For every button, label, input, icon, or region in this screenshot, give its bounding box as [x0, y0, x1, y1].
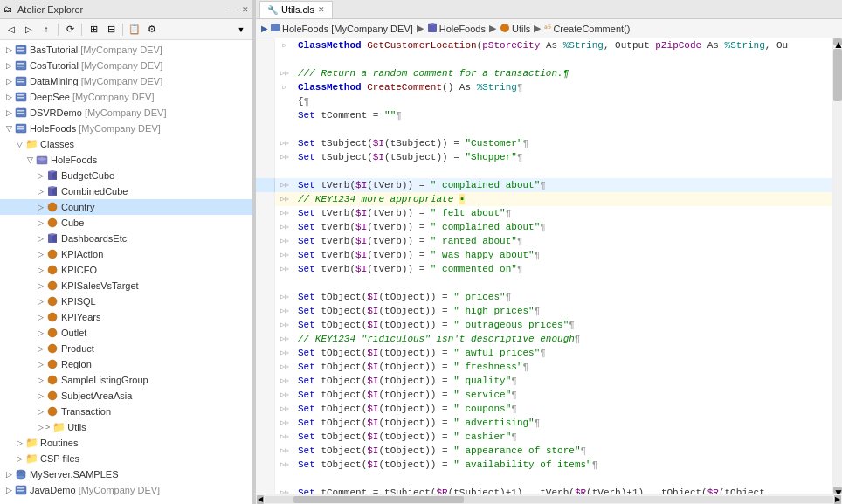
expander-outlet[interactable]: ▷ [35, 328, 45, 338]
horizontal-scrollbar[interactable]: ◀ ▶ [256, 494, 842, 504]
expander-datamining[interactable]: ▷ [3, 76, 14, 86]
expander-region[interactable]: ▷ [35, 359, 45, 369]
more-button[interactable]: ▼ [233, 22, 249, 38]
expander-kpiyears[interactable]: ▷ [35, 312, 45, 322]
tree-label-kpisql: KPISQL [61, 296, 96, 307]
cube-icon-combinedcube [45, 184, 59, 198]
expander-myserver[interactable]: ▷ [3, 469, 14, 480]
expander-kpicfo[interactable]: ▷ [35, 265, 45, 275]
scrollbar-down-arrow[interactable]: ▼ [833, 487, 842, 494]
expander-utils[interactable]: ▷ [35, 422, 45, 432]
expander-classes[interactable]: ▽ [14, 139, 24, 149]
tree-label-kpisalesvstarget: KPISalesVsTarget [61, 280, 139, 291]
up-button[interactable]: ↑ [38, 22, 54, 38]
tree-item-country[interactable]: ▷ Country [0, 199, 252, 215]
back-button[interactable]: ◁ [3, 22, 19, 38]
tree-label-kpicfo: KPICFO [61, 265, 97, 275]
expander-kpisalesvstarget[interactable]: ▷ [35, 280, 45, 291]
scrollbar-thumb[interactable] [833, 49, 842, 101]
h-scroll-right[interactable]: ▶ [834, 495, 841, 504]
code-line-obj11: ▷▷ Set tObject($I(tObject)) = " appearan… [256, 444, 832, 458]
expander-kpisql[interactable]: ▷ [35, 296, 45, 307]
code-line-verb3: ▷▷ Set tVerb($I(tVerb)) = " complained a… [256, 220, 832, 234]
svg-point-37 [48, 344, 57, 353]
breadcrumb-createcomment[interactable]: CreateComment() [553, 24, 630, 34]
editor-breadcrumb: ▶ HoleFoods [MyCompany DEV] ▶ HoleFoods … [256, 19, 842, 38]
expander-subjectareaasia[interactable]: ▷ [35, 390, 45, 401]
settings-button[interactable]: ⚙ [144, 22, 160, 38]
tree-item-deepsee[interactable]: ▷ DeepSee [MyCompany DEV] [0, 89, 252, 105]
copy-button[interactable]: 📋 [127, 22, 142, 38]
svg-rect-13 [17, 110, 24, 112]
expander-routines[interactable]: ▷ [14, 438, 24, 448]
tree-item-bastutorial[interactable]: ▷ BasTutorial [MyCompany DEV] [0, 42, 252, 58]
code-line-blank5 [256, 472, 832, 486]
expander-holefoods[interactable]: ▽ [3, 123, 14, 134]
tree-item-kpisql[interactable]: ▷ KPISQL [0, 293, 252, 309]
tree-item-dashboardsetc[interactable]: ▷ DashboardsEtc [0, 231, 252, 246]
expander-cspfiles[interactable]: ▷ [14, 453, 24, 464]
expander-country[interactable]: ▷ [35, 202, 45, 212]
expander-samplelistinggroup[interactable]: ▷ [35, 375, 45, 385]
tree-item-costutorial[interactable]: ▷ CosTutorial [MyCompany DEV] [0, 58, 252, 73]
breadcrumb-utils[interactable]: Utils [512, 24, 530, 34]
breadcrumb-holefoods2[interactable]: HoleFoods [439, 24, 486, 34]
expander-cube[interactable]: ▷ [35, 217, 45, 228]
tree-item-holefoods[interactable]: ▽ HoleFoods [MyCompany DEV] [0, 121, 252, 136]
expander-bastutorial[interactable]: ▷ [3, 45, 14, 55]
expander-dashboardsetc[interactable]: ▷ [35, 233, 45, 244]
scrollbar-up-arrow[interactable]: ▲ [833, 38, 842, 45]
tree-item-cube[interactable]: ▷ Cube [0, 215, 252, 231]
expander-holefoods-sub[interactable]: ▽ [24, 155, 35, 165]
tree-item-datamining[interactable]: ▷ DataMining [MyCompany DEV] [0, 73, 252, 89]
project-icon-deepsee [14, 90, 28, 104]
expander-transaction[interactable]: ▷ [35, 406, 45, 417]
tree-item-myserver[interactable]: ▷ MyServer.SAMPLES [0, 466, 252, 482]
code-line-subject2: ▷▷ Set tSubject($I(tSubject)) = "Shopper… [256, 150, 832, 164]
tree-item-samplelistinggroup[interactable]: ▷ SampleListingGroup [0, 372, 252, 388]
expander-kpiaction[interactable]: ▷ [35, 249, 45, 259]
tree-item-kpicfo[interactable]: ▷ KPICFO [0, 262, 252, 278]
tree-item-utils[interactable]: ▷ > 📁 Utils [0, 419, 252, 435]
expander-product[interactable]: ▷ [35, 343, 45, 354]
expander-deepsee[interactable]: ▷ [3, 92, 14, 102]
project-tree[interactable]: ▷ BasTutorial [MyCompany DEV] ▷ CosTutor… [0, 40, 252, 504]
h-scroll-thumb[interactable] [293, 496, 464, 503]
refresh-button[interactable]: ⟳ [62, 22, 78, 38]
tree-item-dsvrdemo[interactable]: ▷ DSVRDemo [MyCompany DEV] [0, 105, 252, 121]
tree-item-combinedcube[interactable]: ▷ CombinedCube [0, 183, 252, 199]
tree-item-javademo[interactable]: ▷ JavaDemo [MyCompany DEV] [0, 482, 252, 498]
expand-button[interactable]: ⊞ [86, 22, 101, 38]
forward-button[interactable]: ▷ [21, 22, 37, 38]
code-line-subject1: ▷▷ Set tSubject($I(tSubject)) = "Custome… [256, 136, 832, 150]
tree-item-kpiaction[interactable]: ▷ KPIAction [0, 246, 252, 262]
h-scroll-track [265, 496, 833, 503]
h-scroll-left[interactable]: ◀ [257, 495, 264, 504]
editor-tab-utils[interactable]: 🔧 Utils.cls ✕ [259, 1, 333, 18]
code-scroll-area[interactable]: ▷ ClassMethod GetCustomerLocation(pStore… [256, 38, 832, 494]
tree-item-subjectareaasia[interactable]: ▷ SubjectAreaAsia [0, 388, 252, 404]
tab-close-utils[interactable]: ✕ [318, 5, 325, 14]
tree-item-kpisalesvstarget[interactable]: ▷ KPISalesVsTarget [0, 278, 252, 293]
tree-item-cspfiles[interactable]: ▷ 📁 CSP files [0, 451, 252, 466]
expander-budgetcube[interactable]: ▷ [35, 170, 45, 181]
tree-item-outlet[interactable]: ▷ Outlet [0, 325, 252, 341]
tree-item-product[interactable]: ▷ Product [0, 341, 252, 356]
tree-item-kpiyears[interactable]: ▷ KPIYears [0, 309, 252, 325]
tree-item-budgetcube[interactable]: ▷ BudgetCube [0, 168, 252, 183]
breadcrumb-holefoods[interactable]: HoleFoods [MyCompany DEV] [282, 24, 413, 34]
vertical-scrollbar[interactable]: ▲ ▼ [832, 38, 842, 494]
expander-combinedcube[interactable]: ▷ [35, 186, 45, 197]
panel-close-btn[interactable]: ✕ [242, 5, 249, 14]
expander-javademo[interactable]: ▷ [3, 485, 14, 495]
collapse-button[interactable]: ⊟ [103, 22, 119, 38]
svg-point-44 [17, 475, 25, 479]
tree-item-region[interactable]: ▷ Region [0, 356, 252, 372]
tree-item-holefoods-sub[interactable]: ▽ HoleFoods [0, 152, 252, 168]
expander-dsvrdemo[interactable]: ▷ [3, 107, 14, 118]
explorer-toolbar: ◁ ▷ ↑ ⟳ ⊞ ⊟ 📋 ⚙ ▼ [0, 19, 252, 40]
tree-item-routines[interactable]: ▷ 📁 Routines [0, 435, 252, 451]
expander-costutorial[interactable]: ▷ [3, 60, 14, 71]
tree-item-transaction[interactable]: ▷ Transaction [0, 404, 252, 419]
tree-item-classes[interactable]: ▽ 📁 Classes [0, 136, 252, 152]
